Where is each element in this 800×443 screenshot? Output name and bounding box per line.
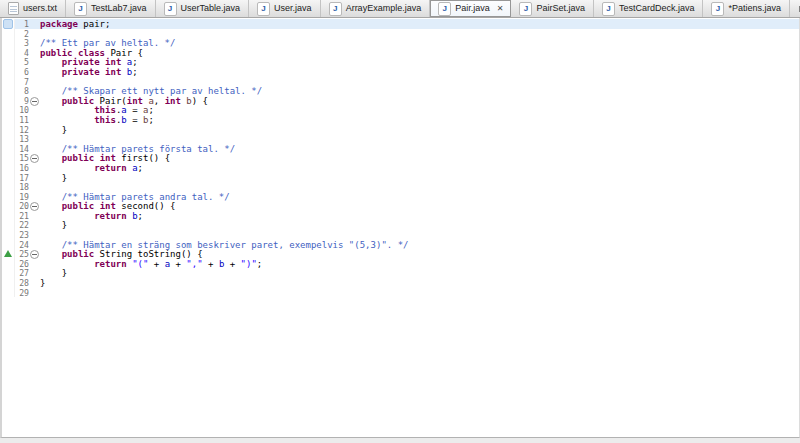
code-line[interactable]: 25 public String toString() { xyxy=(2,249,799,259)
code-token: } xyxy=(40,173,67,183)
annotation-ruler-cell xyxy=(2,220,15,230)
tab-patiens-java[interactable]: J*Patiens.java xyxy=(703,0,790,17)
code-text: public class Pair { xyxy=(40,48,799,58)
annotation-ruler-cell xyxy=(2,230,15,240)
code-line[interactable]: 16 return a; xyxy=(2,163,799,173)
line-number: 17 xyxy=(15,173,29,183)
code-line[interactable]: 17 } xyxy=(2,173,799,183)
code-token: , xyxy=(154,96,165,106)
line-number: 20 xyxy=(15,201,29,211)
fold-ruler-cell xyxy=(29,48,40,58)
code-line[interactable]: 10 this.a = a; xyxy=(2,105,799,115)
code-text xyxy=(40,182,799,192)
code-line[interactable]: 14 /** Hämtar parets första tal. */ xyxy=(2,144,799,154)
fold-ruler-cell xyxy=(29,249,40,259)
tab-testcarddeck-java[interactable]: JTestCardDeck.java xyxy=(594,0,704,17)
annotation-ruler-cell xyxy=(2,105,15,115)
fold-ruler-cell xyxy=(29,77,40,87)
code-line[interactable]: 15 public int first() { xyxy=(2,153,799,163)
code-text: public int first() { xyxy=(40,153,799,163)
code-line[interactable]: 3/** Ett par av heltal. */ xyxy=(2,38,799,48)
code-line[interactable]: 9 public Pair(int a, int b) { xyxy=(2,96,799,106)
code-line[interactable]: 7 xyxy=(2,77,799,87)
code-line[interactable]: 27 } xyxy=(2,268,799,278)
fold-ruler-cell xyxy=(29,153,40,163)
tab-pairset-java[interactable]: JPairSet.java xyxy=(511,0,594,17)
code-token: int xyxy=(100,201,116,211)
code-line[interactable]: 1package pair; xyxy=(2,19,799,29)
code-line[interactable]: 21 return b; xyxy=(2,211,799,221)
code-token: int xyxy=(127,96,143,106)
java-file-icon: J xyxy=(519,2,532,16)
code-token: ; xyxy=(132,67,137,77)
code-line[interactable]: 6 private int b; xyxy=(2,67,799,77)
code-token: int xyxy=(100,153,116,163)
tab-pair-java[interactable]: JPair.java✕ xyxy=(430,0,511,17)
annotation-ruler-cell xyxy=(2,38,15,48)
code-token: int xyxy=(165,96,181,106)
annotation-ruler-cell xyxy=(2,144,15,154)
annotation-ruler-cell xyxy=(2,201,15,211)
java-file-icon: J xyxy=(74,2,87,16)
code-line[interactable]: 11 this.b = b; xyxy=(2,115,799,125)
code-line[interactable]: 24 /** Hämtar en sträng som beskriver pa… xyxy=(2,240,799,250)
code-line[interactable]: 28} xyxy=(2,278,799,288)
code-line[interactable]: 4public class Pair { xyxy=(2,48,799,58)
code-token: = xyxy=(127,115,143,125)
tab-users-txt[interactable]: users.txt xyxy=(0,0,66,17)
code-token: return xyxy=(94,163,127,173)
code-text: /** Hämtar en sträng som beskriver paret… xyxy=(40,240,799,250)
tab-testlab7-java[interactable]: JTestLab7.java xyxy=(66,0,156,17)
code-line[interactable]: 2 xyxy=(2,29,799,39)
code-text: private int b; xyxy=(40,67,799,77)
close-icon[interactable]: ✕ xyxy=(497,4,504,13)
code-line[interactable]: 18 xyxy=(2,182,799,192)
tab-user-java[interactable]: JUser.java xyxy=(249,0,321,17)
annotation-ruler-cell xyxy=(2,48,15,58)
fold-ruler-cell xyxy=(29,134,40,144)
fold-ruler-cell xyxy=(29,278,40,288)
code-token xyxy=(40,163,94,173)
tab-usertable-java[interactable]: JUserTable.java xyxy=(156,0,250,17)
code-token: /** Ett par av heltal. */ xyxy=(40,38,175,48)
line-number: 14 xyxy=(15,144,29,154)
line-number: 8 xyxy=(15,86,29,96)
line-number: 24 xyxy=(15,240,29,250)
java-file-icon: J xyxy=(164,2,177,16)
code-token: private xyxy=(62,67,100,77)
annotation-ruler-cell xyxy=(2,115,15,125)
code-token: ; xyxy=(148,115,153,125)
fold-ruler-cell xyxy=(29,182,40,192)
code-text: return a; xyxy=(40,163,799,173)
code-line[interactable]: 12 } xyxy=(2,125,799,135)
code-line[interactable]: 29 xyxy=(2,288,799,298)
line-number: 27 xyxy=(15,268,29,278)
override-marker-icon[interactable] xyxy=(4,250,12,257)
tab-label: Pair.java xyxy=(455,3,490,13)
code-line[interactable]: 23 xyxy=(2,230,799,240)
code-line[interactable]: 5 private int a; xyxy=(2,57,799,67)
fold-ruler-cell xyxy=(29,29,40,39)
line-number: 9 xyxy=(15,96,29,106)
line-number: 12 xyxy=(15,125,29,135)
code-text: public Pair(int a, int b) { xyxy=(40,96,799,106)
code-text: public String toString() { xyxy=(40,249,799,259)
window-controls xyxy=(790,0,800,17)
code-line[interactable]: 22 } xyxy=(2,220,799,230)
tab-arrayexample-java[interactable]: JArrayExample.java xyxy=(321,0,431,17)
code-editor[interactable]: 1package pair;23/** Ett par av heltal. *… xyxy=(0,18,800,438)
fold-ruler-cell xyxy=(29,86,40,96)
code-token xyxy=(40,211,94,221)
line-number: 28 xyxy=(15,278,29,288)
code-line[interactable]: 13 xyxy=(2,134,799,144)
code-token: ; xyxy=(138,211,143,221)
code-token: + xyxy=(148,259,164,269)
code-token: class xyxy=(78,48,105,58)
code-line[interactable]: 20 public int second() { xyxy=(2,201,799,211)
code-line[interactable]: 8 /** Skapar ett nytt par av heltal. */ xyxy=(2,86,799,96)
code-line[interactable]: 19 /** Hämtar parets andra tal. */ xyxy=(2,192,799,202)
tab-label: *Patiens.java xyxy=(728,3,781,13)
code-line[interactable]: 26 return "(" + a + "," + b + ")"; xyxy=(2,259,799,269)
code-text xyxy=(40,288,799,298)
code-token: /** Skapar ett nytt par av heltal. */ xyxy=(62,86,262,96)
